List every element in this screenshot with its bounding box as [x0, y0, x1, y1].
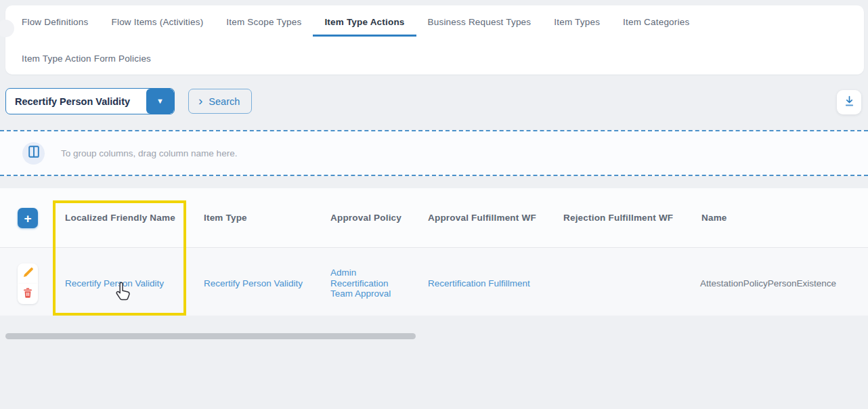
horizontal-scrollbar-thumb[interactable]: [5, 333, 416, 339]
delete-row-button[interactable]: [18, 284, 38, 304]
column-header-localized-friendly-name[interactable]: Localized Friendly Name: [65, 213, 175, 223]
column-header-name[interactable]: Name: [701, 213, 727, 223]
tab-item-categories[interactable]: Item Categories: [611, 5, 701, 37]
cell-approval-fulfillment-wf[interactable]: Recertification Fulfillment: [428, 278, 530, 288]
pencil-icon: [23, 267, 33, 280]
column-header-approval-fulfillment-wf[interactable]: Approval Fulfillment WF: [428, 213, 536, 223]
tab-card: Flow Definitions Flow Items (Activities)…: [5, 5, 864, 74]
tab-business-request-types[interactable]: Business Request Types: [416, 5, 543, 37]
tab-flow-items-activities[interactable]: Flow Items (Activities): [100, 5, 215, 37]
tab-item-scope-types[interactable]: Item Scope Types: [215, 5, 313, 37]
table-row: Recertify Person Validity Recertify Pers…: [0, 247, 868, 316]
cell-approval-policy[interactable]: Admin Recertification Team Approval: [330, 267, 406, 299]
cell-item-type[interactable]: Recertify Person Validity: [204, 278, 303, 288]
download-icon: [844, 95, 855, 109]
item-type-action-select[interactable]: Recertify Person Validity ▼: [5, 88, 175, 114]
tab-bar-row2: Item Type Action Form Policies: [5, 37, 864, 70]
tab-item-type-actions[interactable]: Item Type Actions: [313, 5, 416, 37]
group-icon-badge: [22, 142, 45, 165]
row-actions: [18, 263, 38, 304]
add-row-button[interactable]: +: [18, 208, 38, 228]
cell-localized-friendly-name[interactable]: Recertify Person Validity: [65, 278, 164, 288]
search-button[interactable]: › Search: [188, 89, 252, 114]
plus-icon: +: [24, 212, 31, 225]
tab-item-types[interactable]: Item Types: [542, 5, 611, 37]
columns-icon: [28, 146, 39, 160]
search-button-label: Search: [209, 96, 240, 107]
group-columns-dropzone[interactable]: To group columns, drag column name here.: [0, 130, 868, 176]
edit-row-button[interactable]: [18, 263, 38, 284]
column-header-rejection-fulfillment-wf[interactable]: Rejection Fulfillment WF: [563, 213, 673, 223]
chevron-down-icon: ▼: [156, 98, 164, 105]
tab-flow-definitions[interactable]: Flow Definitions: [10, 5, 100, 37]
export-download-button[interactable]: [837, 90, 861, 114]
column-header-approval-policy[interactable]: Approval Policy: [330, 213, 402, 223]
column-header-item-type[interactable]: Item Type: [204, 213, 247, 223]
tab-bar: Flow Definitions Flow Items (Activities)…: [5, 5, 864, 37]
group-hint-text: To group columns, drag column name here.: [61, 148, 237, 158]
select-caret-button[interactable]: ▼: [146, 89, 174, 114]
select-value: Recertify Person Validity: [6, 89, 146, 114]
item-type-actions-table: + Localized Friendly Name Item Type Appr…: [0, 188, 868, 316]
cell-name: AttestationPolicyPersonExistence: [700, 278, 836, 288]
trash-icon: [23, 288, 32, 300]
tab-item-type-action-form-policies[interactable]: Item Type Action Form Policies: [10, 37, 162, 70]
chevron-right-icon: ›: [198, 94, 202, 107]
